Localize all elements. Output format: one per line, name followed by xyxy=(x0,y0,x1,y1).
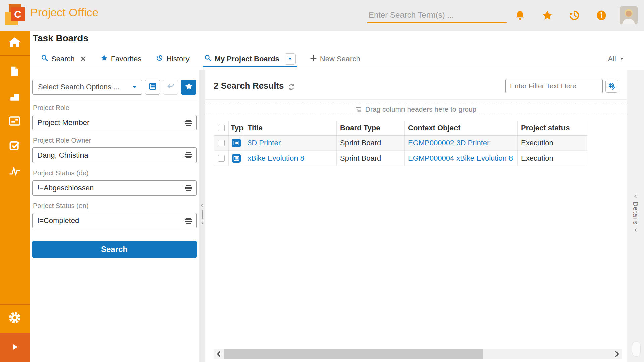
save-favorite-button[interactable] xyxy=(181,80,196,95)
board-title-link[interactable]: xBike Evolution 8 xyxy=(248,154,304,163)
tab-label: Favorites xyxy=(111,55,141,63)
sidebar-item-tasks[interactable] xyxy=(0,134,30,159)
board-card-icon xyxy=(9,115,21,128)
column-header-title[interactable]: Title xyxy=(244,121,337,135)
scroll-right-button[interactable] xyxy=(612,349,622,359)
splitter-grip xyxy=(201,204,204,225)
project-role-owner-field xyxy=(32,147,197,163)
scope-dropdown[interactable]: All xyxy=(608,55,624,63)
caret-down-icon xyxy=(620,57,624,60)
row-type-cell xyxy=(229,151,244,166)
project-status-de-input[interactable] xyxy=(33,184,184,192)
tab-label: History xyxy=(166,55,189,63)
table-row[interactable]: xBike Evolution 8 Sprint Board EGMP00000… xyxy=(214,151,587,166)
details-label: Details xyxy=(632,202,639,225)
chevron-left-icon xyxy=(634,228,637,232)
row-checkbox[interactable] xyxy=(218,140,225,146)
details-toggle[interactable]: Details xyxy=(627,194,644,232)
search-icon xyxy=(204,54,211,63)
sidebar-item-activity[interactable] xyxy=(0,159,30,184)
project-role-field xyxy=(32,115,197,130)
project-role-input[interactable] xyxy=(33,118,184,127)
refresh-button[interactable] xyxy=(287,83,296,93)
project-status-en-field xyxy=(32,213,197,228)
global-search-input[interactable] xyxy=(367,8,507,23)
group-hint-text: Drag column headers here to group xyxy=(365,105,477,113)
column-header-context-object[interactable]: Context Object xyxy=(405,121,518,135)
info-icon xyxy=(596,10,607,22)
column-header-type[interactable]: Type xyxy=(229,121,244,135)
row-checkbox[interactable] xyxy=(218,155,225,162)
info-button[interactable] xyxy=(595,9,608,23)
search-options-row: Select Search Options ... xyxy=(32,80,197,95)
filter-lines-icon[interactable] xyxy=(184,120,192,126)
tab-dropdown-button[interactable] xyxy=(285,53,296,65)
scrollbar-track[interactable] xyxy=(483,349,612,359)
tab-my-project-boards[interactable]: My Project Boards xyxy=(204,51,296,67)
user-avatar[interactable] xyxy=(620,6,638,24)
search-button[interactable]: Search xyxy=(32,241,197,258)
sidebar-item-boards[interactable] xyxy=(0,109,30,134)
refresh-icon xyxy=(287,83,296,91)
undo-button[interactable] xyxy=(163,80,178,95)
sidebar-item-home[interactable] xyxy=(0,31,30,56)
tab-label: New Search xyxy=(320,55,360,63)
table-row[interactable]: 3D Printer Sprint Board EGMP000002 3D Pr… xyxy=(214,136,587,151)
select-all-checkbox[interactable] xyxy=(218,125,225,131)
chevron-left-icon xyxy=(634,194,637,198)
page-title: Task Boards xyxy=(33,33,88,44)
field-label: Porject Status (en) xyxy=(33,202,89,210)
results-divider xyxy=(205,99,627,100)
project-role-owner-input[interactable] xyxy=(33,151,184,160)
sidebar-item-projects[interactable] xyxy=(0,84,30,109)
tab-search[interactable]: Search xyxy=(41,51,86,67)
filter-lines-icon[interactable] xyxy=(184,218,192,224)
results-count: 2 Search Results xyxy=(214,81,284,91)
splitter-handle xyxy=(202,210,203,219)
sidebar-expand-button[interactable] xyxy=(0,333,30,362)
vertical-scrollbar-thumb[interactable] xyxy=(632,341,641,357)
sidebar-item-documents[interactable] xyxy=(0,60,30,84)
filter-lines-icon[interactable] xyxy=(184,152,192,158)
column-header-board-type[interactable]: Board Type xyxy=(337,121,405,135)
sidebar-item-settings[interactable] xyxy=(0,307,30,330)
steps-icon xyxy=(9,90,20,103)
search-options-select[interactable]: Select Search Options ... xyxy=(32,80,142,95)
column-header-project-status[interactable]: Project status xyxy=(518,121,587,135)
tab-label: Search xyxy=(51,55,75,63)
app-logo[interactable]: C xyxy=(5,4,27,26)
tab-history[interactable]: History xyxy=(156,51,189,67)
tab-new-search[interactable]: New Search xyxy=(310,51,360,67)
app-header: C Project Office xyxy=(0,0,644,31)
history-button[interactable] xyxy=(568,9,581,23)
field-label: Project Role xyxy=(33,104,69,112)
scroll-left-button[interactable] xyxy=(214,349,224,359)
home-icon xyxy=(8,36,21,50)
favorites-button[interactable] xyxy=(541,9,554,23)
search-options-placeholder: Select Search Options ... xyxy=(38,83,119,92)
context-object-link[interactable]: EGMP000002 3D Printer xyxy=(408,139,489,147)
plus-icon xyxy=(310,55,317,63)
notifications-button[interactable] xyxy=(513,9,527,23)
project-status-en-input[interactable] xyxy=(33,216,184,225)
panel-splitter[interactable] xyxy=(199,70,205,362)
filter-lines-icon[interactable] xyxy=(184,185,192,191)
star-icon xyxy=(185,82,193,92)
horizontal-scrollbar xyxy=(214,349,622,359)
column-settings-button[interactable] xyxy=(605,80,618,93)
results-filter-input[interactable] xyxy=(506,79,602,93)
close-icon[interactable] xyxy=(80,56,86,62)
history-icon xyxy=(569,10,580,22)
board-title-link[interactable]: 3D Printer xyxy=(248,139,281,147)
group-drop-zone[interactable]: Drag column headers here to group xyxy=(205,103,627,115)
board-type-cell: Sprint Board xyxy=(337,151,405,166)
project-status-de-field xyxy=(32,180,197,196)
search-icon xyxy=(41,54,48,63)
main-sidebar xyxy=(0,31,30,362)
tab-favorites[interactable]: Favorites xyxy=(101,51,141,67)
scrollbar-thumb[interactable] xyxy=(224,349,483,359)
document-icon xyxy=(9,66,20,78)
results-table: Type Title Board Type Context Object Pro… xyxy=(214,121,587,166)
context-object-link[interactable]: EGMP000004 xBike Evolution 8 xyxy=(408,154,513,163)
form-view-button[interactable] xyxy=(145,80,160,95)
